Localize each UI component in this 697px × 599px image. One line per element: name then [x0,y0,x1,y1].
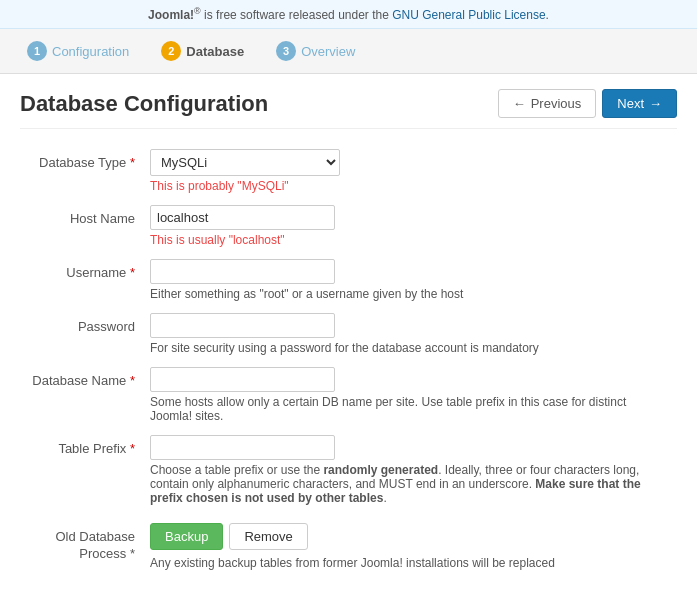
username-row: Username * Either something as "root" or… [20,259,677,309]
step-num-2: 2 [161,41,181,61]
username-input[interactable] [150,259,335,284]
database-type-row: Database Type * MySQLi MySQL PostgreSQL … [20,149,677,201]
top-bar-text: is free software released under the [201,8,392,22]
previous-label: Previous [531,96,582,111]
old-database-field: Backup Remove Any existing backup tables… [150,523,677,578]
step-label-2: Database [186,44,244,59]
password-label: Password [20,313,150,334]
password-hint: For site security using a password for t… [150,341,670,355]
password-field: For site security using a password for t… [150,313,677,363]
old-database-row: Old DatabaseProcess * Backup Remove Any … [20,523,677,578]
table-prefix-field: Choose a table prefix or use the randoml… [150,435,677,513]
license-link[interactable]: GNU General Public License [392,8,545,22]
step-configuration[interactable]: 1 Configuration [15,37,141,65]
database-name-hint: Some hosts allow only a certain DB name … [150,395,670,423]
required-marker-username: * [130,265,135,280]
database-name-label: Database Name * [20,367,150,388]
required-marker-olddb: * [130,546,135,561]
table-prefix-hint: Choose a table prefix or use the randoml… [150,463,670,505]
database-type-hint: This is probably "MySQLi" [150,179,677,193]
database-name-field: Some hosts allow only a certain DB name … [150,367,677,431]
backup-button[interactable]: Backup [150,523,223,550]
database-type-select[interactable]: MySQLi MySQL PostgreSQL SQLite [150,149,340,176]
brand-name: Joomla! [148,8,194,22]
step-label-1: Configuration [52,44,129,59]
top-bar: Joomla!® is free software released under… [0,0,697,29]
arrow-left-icon: ← [513,96,526,111]
host-name-row: Host Name This is usually "localhost" [20,205,677,255]
remove-button[interactable]: Remove [229,523,307,550]
host-name-hint: This is usually "localhost" [150,233,677,247]
required-marker-prefix: * [130,441,135,456]
password-input[interactable] [150,313,335,338]
host-name-label: Host Name [20,205,150,226]
username-field: Either something as "root" or a username… [150,259,677,309]
step-overview[interactable]: 3 Overview [264,37,367,65]
database-type-field: MySQLi MySQL PostgreSQL SQLite This is p… [150,149,677,201]
page-title: Database Configuration [20,91,268,117]
arrow-right-icon: → [649,96,662,111]
next-button[interactable]: Next → [602,89,677,118]
username-label: Username * [20,259,150,280]
step-num-1: 1 [27,41,47,61]
username-hint: Either something as "root" or a username… [150,287,670,301]
previous-button[interactable]: ← Previous [498,89,597,118]
password-row: Password For site security using a passw… [20,313,677,363]
table-prefix-input[interactable] [150,435,335,460]
steps-bar: 1 Configuration 2 Database 3 Overview [0,29,697,74]
hint-bold-1: randomly generated [323,463,438,477]
brand-sup: ® [194,6,201,16]
database-type-label: Database Type * [20,149,150,170]
table-prefix-row: Table Prefix * Choose a table prefix or … [20,435,677,513]
step-label-3: Overview [301,44,355,59]
host-name-field: This is usually "localhost" [150,205,677,255]
host-name-input[interactable] [150,205,335,230]
required-marker: * [130,155,135,170]
step-database[interactable]: 2 Database [149,37,256,65]
database-form: Database Type * MySQLi MySQL PostgreSQL … [20,149,677,578]
database-name-row: Database Name * Some hosts allow only a … [20,367,677,431]
old-database-label: Old DatabaseProcess * [20,523,150,563]
database-name-input[interactable] [150,367,335,392]
table-prefix-label: Table Prefix * [20,435,150,456]
next-label: Next [617,96,644,111]
nav-buttons: ← Previous Next → [498,89,677,118]
required-marker-dbname: * [130,373,135,388]
old-database-hint: Any existing backup tables from former J… [150,556,670,570]
step-num-3: 3 [276,41,296,61]
